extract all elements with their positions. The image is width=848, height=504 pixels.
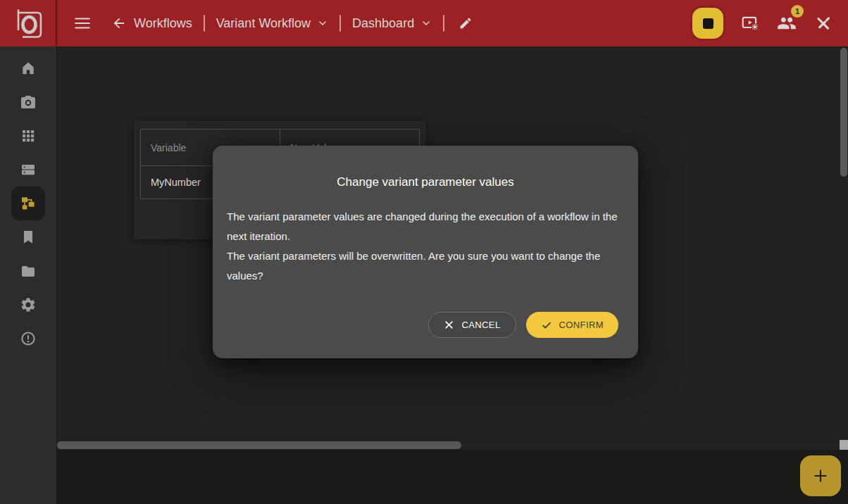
video-settings-icon xyxy=(741,14,759,32)
apps-grid-icon xyxy=(20,127,37,144)
sidebar xyxy=(0,46,57,504)
add-button[interactable] xyxy=(800,455,841,496)
breadcrumb-workflows-label: Workflows xyxy=(134,16,192,31)
app-logo[interactable] xyxy=(0,0,57,46)
edit-dashboard-button[interactable] xyxy=(459,16,473,30)
scrollbar-corner xyxy=(840,440,848,450)
logo-o-icon xyxy=(12,7,44,39)
back-arrow-icon xyxy=(111,15,127,31)
breadcrumb-divider xyxy=(443,15,444,32)
sidebar-item-home[interactable] xyxy=(11,51,45,85)
cancel-button[interactable]: CANCEL xyxy=(428,312,516,338)
confirm-dialog: Change variant parameter values The vari… xyxy=(213,146,638,358)
breadcrumb-variant-workflow[interactable]: Variant Workflow xyxy=(216,16,328,31)
camera-icon xyxy=(20,94,37,111)
chevron-down-icon xyxy=(317,18,328,29)
dialog-body: The variant parameter values are changed… xyxy=(227,207,621,286)
stop-workflow-button[interactable] xyxy=(692,8,723,39)
breadcrumb-divider xyxy=(204,15,205,32)
check-icon xyxy=(541,320,552,331)
hamburger-icon xyxy=(73,14,92,32)
dialog-title: Change variant parameter values xyxy=(213,175,638,189)
confirm-button-label: CONFIRM xyxy=(559,320,604,330)
user-count-badge: 1 xyxy=(791,5,804,18)
bookmark-icon xyxy=(20,229,37,246)
stop-icon xyxy=(703,18,713,29)
sidebar-item-apps[interactable] xyxy=(11,119,45,153)
run-settings-button[interactable] xyxy=(741,14,759,32)
dialog-paragraph: The variant parameter values are changed… xyxy=(227,207,621,246)
close-icon xyxy=(444,320,454,330)
app-root: Workflows Variant Workflow Dashboard xyxy=(0,0,848,504)
storage-icon xyxy=(20,161,37,178)
dialog-paragraph: The variant parameters will be overwritt… xyxy=(227,246,621,286)
settings-gear-icon xyxy=(20,296,37,313)
sidebar-item-alerts[interactable] xyxy=(11,322,45,355)
breadcrumb-divider xyxy=(339,15,341,32)
workflow-tree-icon xyxy=(20,195,37,212)
sidebar-item-camera[interactable] xyxy=(11,85,45,119)
bottom-panel xyxy=(57,450,848,504)
folder-icon xyxy=(20,263,37,279)
sidebar-item-workflows[interactable] xyxy=(11,187,45,220)
home-icon xyxy=(20,60,37,77)
vertical-scrollbar[interactable] xyxy=(840,48,847,177)
horizontal-scrollbar[interactable] xyxy=(57,441,461,449)
confirm-button[interactable]: CONFIRM xyxy=(526,312,618,338)
disconnect-x-icon xyxy=(814,14,833,32)
chevron-down-icon xyxy=(420,18,432,29)
topbar: Workflows Variant Workflow Dashboard xyxy=(0,0,848,46)
horizontal-scrollbar-track xyxy=(57,440,840,450)
disconnect-button[interactable] xyxy=(814,14,833,32)
back-button[interactable] xyxy=(111,15,127,31)
sidebar-item-settings[interactable] xyxy=(11,288,45,322)
users-button[interactable]: 1 xyxy=(777,13,797,33)
dialog-actions: CANCEL CONFIRM xyxy=(428,312,618,338)
breadcrumb-workflows[interactable]: Workflows xyxy=(134,16,192,31)
breadcrumb-dashboard-label: Dashboard xyxy=(352,16,414,31)
menu-button[interactable] xyxy=(73,14,92,32)
topbar-actions: 1 xyxy=(692,8,833,39)
alert-circle-icon xyxy=(20,330,37,347)
breadcrumb-dashboard[interactable]: Dashboard xyxy=(352,16,432,31)
sidebar-item-files[interactable] xyxy=(11,254,45,288)
plus-icon xyxy=(811,467,830,485)
sidebar-item-storage[interactable] xyxy=(11,153,45,187)
cancel-button-label: CANCEL xyxy=(461,320,500,330)
pencil-icon xyxy=(459,16,473,30)
sidebar-item-bookmarks[interactable] xyxy=(11,220,45,254)
breadcrumb-variant-workflow-label: Variant Workflow xyxy=(216,16,311,31)
